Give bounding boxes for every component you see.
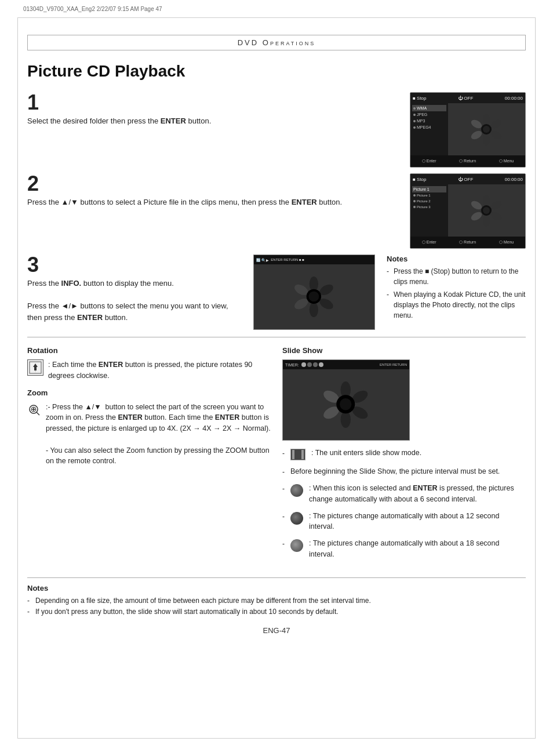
- zoom-title: Zoom: [27, 388, 271, 397]
- screen3-main: [254, 264, 374, 329]
- screen1-item-mp3: MP3: [412, 118, 446, 124]
- step-3-desc: Press the INFO. button to display the me…: [27, 278, 242, 323]
- svg-point-0: [483, 114, 490, 125]
- rotation-svg: ↑: [29, 361, 42, 374]
- bottom-notes-list: Depending on a file size, the amount of …: [27, 595, 526, 617]
- slideshow-topbar: TIMER: ENTER RETURN: [283, 360, 409, 369]
- screen1-item-jpeg: JPEG: [412, 111, 446, 118]
- svg-point-7: [483, 126, 490, 133]
- step-3-notes: Notes Press the ■ (Stop) button to retur…: [387, 255, 526, 323]
- zoom-svg: [28, 404, 41, 416]
- film-icon: [290, 449, 305, 460]
- file-header: 01304D_V9700_XAA_Eng2 2/22/07 9:15 AM Pa…: [23, 6, 162, 12]
- step-1-row: 1 Select the desired folder then press t…: [27, 92, 526, 168]
- step-3-number: 3: [27, 255, 242, 275]
- screen1-item-wma: WMA: [412, 105, 446, 111]
- svg-point-11: [483, 215, 490, 227]
- ss-item-18sec: - : The pictures change automatically wi…: [282, 538, 526, 560]
- svg-point-23: [308, 291, 319, 301]
- bottom-notes: Notes Depending on a file size, the amou…: [27, 577, 526, 617]
- notes-item-2: When playing a Kodak Picture CD, the uni…: [387, 289, 526, 321]
- notes-item-1: Press the ■ (Stop) button to return to t…: [387, 266, 526, 287]
- zoom-icon: [27, 403, 41, 417]
- timer-label: TIMER:: [285, 363, 299, 367]
- screen2-main: [448, 184, 525, 237]
- svg-text:↑: ↑: [35, 369, 37, 373]
- screen2-topbar: ■ Stop ⏻ OFF 00:00:00: [410, 174, 525, 184]
- step-3-image: 🔄 🔍 ▶ ENTER RETURN ■ ■: [253, 255, 375, 330]
- ss-item-film: - : The unit enters slide show mode.: [282, 448, 526, 460]
- zoom-row: :- Press the ▲/▼ button to select the pa…: [27, 402, 271, 467]
- step-1-number: 1: [27, 92, 398, 113]
- step-3-row: 3 Press the INFO. button to display the …: [27, 255, 526, 330]
- svg-point-8: [483, 195, 490, 206]
- bottom-note-1: Depending on a file size, the amount of …: [27, 595, 526, 606]
- screen1-item-mpeg4: MPEG4: [412, 124, 446, 130]
- notes-title: Notes: [387, 255, 526, 263]
- page-title: Picture CD Playback: [27, 62, 526, 81]
- ss-item-6sec: - : When this icon is selected and ENTER…: [282, 483, 526, 505]
- screen1-status: ■ Stop: [413, 96, 427, 101]
- section-header: DVD Operations: [27, 35, 526, 50]
- screen2-enter-btn: ⬡ Enter: [422, 240, 436, 245]
- screen2-content: Picture 1 Picture 1 Picture 2 Picture 3: [410, 184, 525, 237]
- ss-12sec-desc: : The pictures change automatically with…: [309, 511, 526, 533]
- ss-6sec-desc: : When this icon is selected and ENTER i…: [309, 483, 526, 505]
- timer-circles: [301, 362, 323, 367]
- step-2-screen: ■ Stop ⏻ OFF 00:00:00 Picture 1 Picture …: [410, 173, 526, 249]
- screen2-picture1-header: Picture 1: [412, 186, 446, 192]
- svg-point-4: [471, 129, 483, 140]
- step-2-text: 2 Press the ▲/▼ buttons to select a Pict…: [27, 173, 398, 208]
- left-column: Rotation ↑ : Each time the ENTER button …: [27, 346, 271, 566]
- notes-list: Press the ■ (Stop) button to return to t…: [387, 266, 526, 321]
- screen1-flower: [471, 114, 503, 146]
- ss-item-interval: - Before beginning the Slide Show, the p…: [282, 466, 526, 477]
- svg-point-2: [489, 129, 503, 140]
- rotation-title: Rotation: [27, 346, 271, 355]
- page-number: ENG-47: [27, 626, 526, 635]
- svg-marker-25: [33, 364, 38, 367]
- slideshow-flower: [323, 381, 369, 428]
- svg-point-19: [310, 303, 318, 317]
- circle-icon-12sec: [290, 512, 303, 525]
- screen2-off: ⏻ OFF: [458, 177, 473, 182]
- section-title: DVD Operations: [238, 38, 316, 47]
- screen2-item2: Picture 2: [412, 198, 446, 204]
- step-2-image: ■ Stop ⏻ OFF 00:00:00 Picture 1 Picture …: [410, 173, 526, 249]
- screen1-enter-btn: ⬡ Enter: [422, 159, 436, 163]
- svg-point-10: [489, 210, 503, 221]
- svg-point-15: [483, 207, 490, 214]
- screen1-main: [448, 103, 525, 155]
- right-column: Slide Show TIMER: ENTER RETURN: [282, 346, 526, 566]
- slideshow-screen: TIMER: ENTER RETURN: [282, 359, 410, 441]
- step-1-text: 1 Select the desired folder then press t…: [27, 92, 398, 127]
- two-col-section: Rotation ↑ : Each time the ENTER button …: [27, 346, 526, 566]
- screen3-icons: 🔄 🔍 ▶: [256, 258, 269, 262]
- screen1-content: WMA JPEG MP3 MPEG4: [410, 103, 525, 155]
- zoom-text: :- Press the ▲/▼ button to select the pa…: [46, 402, 271, 467]
- svg-line-30: [37, 412, 39, 415]
- screen1-sidebar: WMA JPEG MP3 MPEG4: [410, 103, 448, 155]
- step-1-image: ■ Stop ⏻ OFF 00:00:00 WMA JPEG MP3: [410, 92, 526, 168]
- step-2-desc: Press the ▲/▼ buttons to select a Pictur…: [27, 197, 398, 208]
- ss-item-12sec: - : The pictures change automatically wi…: [282, 511, 526, 533]
- step-3-text: 3 Press the INFO. button to display the …: [27, 255, 242, 323]
- screen2-sidebar: Picture 1 Picture 1 Picture 2 Picture 3: [410, 184, 448, 237]
- screen2-return-btn: ⬡ Return: [459, 240, 476, 245]
- timer-circle-1: [301, 362, 306, 367]
- screen1-return-btn: ⬡ Return: [459, 159, 476, 163]
- screen3-buttons: ENTER RETURN ■ ■: [271, 258, 304, 261]
- ss-film-desc: : The unit enters slide show mode.: [311, 448, 421, 459]
- screen2-bottombar: ⬡ Enter ⬡ Return ⬡ Menu: [410, 237, 525, 248]
- svg-point-40: [340, 398, 351, 410]
- screen2-status: ■ Stop: [413, 177, 427, 182]
- screen1-menu-btn: ⬡ Menu: [499, 159, 514, 163]
- screen1-bottombar: ⬡ Enter ⬡ Return ⬡ Menu: [410, 155, 525, 167]
- rotation-icon: ↑: [27, 359, 43, 376]
- svg-point-36: [341, 411, 351, 428]
- bottom-notes-title: Notes: [27, 584, 526, 593]
- screen3-topbar: 🔄 🔍 ▶ ENTER RETURN ■ ■: [254, 255, 374, 264]
- screen1-time: 00:00:00: [505, 96, 523, 101]
- step-2-row: 2 Press the ▲/▼ buttons to select a Pict…: [27, 173, 526, 249]
- ss-18sec-desc: : The pictures change automatically with…: [309, 538, 526, 560]
